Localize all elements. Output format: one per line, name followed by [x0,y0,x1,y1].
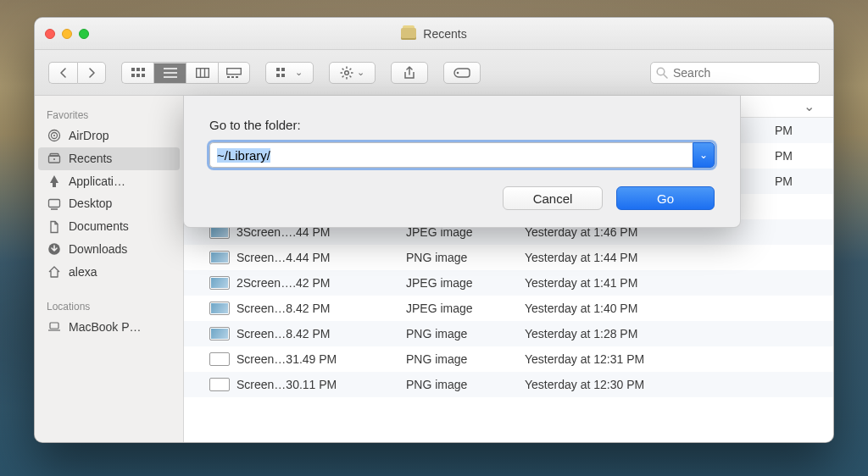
tags-button[interactable] [443,62,481,84]
tag-icon [453,68,470,78]
sidebar-item-airdrop[interactable]: AirDrop [35,125,183,147]
file-thumbnail [209,302,230,315]
svg-rect-38 [49,199,60,207]
file-name: Screen…31.49 PM [236,352,406,366]
forward-button[interactable] [77,62,106,84]
gear-icon [340,66,353,80]
documents-icon [47,220,62,234]
svg-line-27 [350,68,352,69]
file-date: Yesterday at 1:28 PM [525,327,833,340]
sheet-label: Go to the folder: [209,118,715,132]
view-switcher [121,62,250,84]
file-date: Yesterday at 1:40 PM [525,302,833,315]
sidebar-item-label: AirDrop [69,129,108,143]
chevron-left-icon [59,68,67,78]
go-button[interactable]: Go [616,186,715,210]
back-button[interactable] [48,62,77,84]
sidebar-item-desktop[interactable]: Desktop [35,192,183,215]
file-kind: PNG image [406,251,525,264]
minimize-button[interactable] [62,29,72,39]
sidebar-item-downloads[interactable]: Downloads [35,238,183,261]
sidebar-item-label: MacBook P… [69,320,142,335]
file-name: Screen…4.44 PM [236,251,406,264]
chevron-down-icon: ⌄ [699,149,708,161]
zoom-button[interactable] [79,29,89,39]
svg-rect-18 [276,74,280,77]
sidebar-item-label: Applicati… [69,174,125,189]
file-date: Yesterday at 1:41 PM [525,276,833,290]
svg-rect-15 [236,76,238,78]
sidebar-item-home[interactable]: alexa [35,261,183,284]
table-row[interactable]: 2Screen….42 PMJPEG imageYesterday at 1:4… [184,270,833,296]
search-field[interactable] [650,62,820,84]
airdrop-icon [47,129,62,142]
svg-point-34 [53,135,55,136]
table-row[interactable]: Screen…30.11 PMPNG imageYesterday at 12:… [184,372,833,397]
svg-rect-9 [196,68,209,77]
gallery-icon [226,68,242,78]
file-kind: PNG image [406,352,525,366]
desktop-icon [47,197,62,211]
sidebar-item-macbook[interactable]: MacBook P… [35,316,183,339]
svg-rect-14 [231,76,234,78]
action-button[interactable]: ⌄ [329,62,376,84]
svg-rect-13 [227,76,230,78]
column-view-button[interactable] [186,62,218,84]
search-input[interactable] [673,66,814,80]
file-name: 2Screen….42 PM [236,276,406,290]
chevron-right-icon [88,68,96,78]
table-row[interactable]: Screen…4.44 PMPNG imageYesterday at 1:44… [184,245,833,270]
chevron-down-icon: ⌄ [357,67,364,78]
group-by-button[interactable]: ⌄ [265,62,314,84]
sidebar-item-label: Downloads [69,242,127,257]
folder-path-input[interactable] [209,142,693,168]
table-row[interactable]: Screen…31.49 PMPNG imageYesterday at 12:… [184,346,833,372]
table-row[interactable]: Screen…8.42 PMPNG imageYesterday at 1:28… [184,321,833,346]
history-dropdown-button[interactable]: ⌄ [693,142,715,168]
svg-rect-41 [50,323,58,329]
proxy-icon[interactable] [401,28,416,40]
svg-point-20 [345,70,349,75]
gallery-view-button[interactable] [218,62,250,84]
svg-rect-2 [142,68,145,71]
svg-rect-1 [136,68,140,71]
list-icon [164,68,177,78]
laptop-icon [47,320,62,334]
svg-line-28 [342,75,344,77]
icon-view-button[interactable] [121,62,153,84]
file-name: Screen…8.42 PM [236,302,406,315]
file-thumbnail [209,352,230,366]
svg-rect-4 [136,74,140,77]
titlebar: Recents [35,18,833,50]
sidebar-item-documents[interactable]: Documents [35,215,183,238]
sidebar-item-applications[interactable]: Applicati… [35,170,183,193]
toolbar: ⌄ ⌄ [35,50,833,96]
table-row[interactable]: Screen…8.42 PMJPEG imageYesterday at 1:4… [184,296,833,321]
svg-line-31 [664,75,667,78]
file-name: Screen…8.42 PM [236,327,406,340]
recents-icon [47,152,62,165]
file-kind: PNG image [406,378,525,391]
file-thumbnail [209,251,230,264]
file-date: Yesterday at 1:44 PM [525,251,833,264]
cancel-button[interactable]: Cancel [503,186,603,210]
search-icon [656,67,668,79]
svg-point-37 [53,158,55,160]
grid-icon [131,68,145,78]
sidebar-item-recents[interactable]: Recents [38,147,180,170]
applications-icon [47,174,62,188]
svg-rect-3 [131,74,135,77]
file-thumbnail [209,327,230,340]
list-view-button[interactable] [153,62,186,84]
share-button[interactable] [391,62,428,84]
close-button[interactable] [45,29,55,39]
file-name: Screen…30.11 PM [236,378,406,391]
nav-buttons [48,62,106,84]
sidebar-item-label: alexa [69,265,97,280]
sidebar-heading-locations: Locations [35,294,183,316]
chevron-down-icon: ⌄ [804,98,815,114]
svg-point-29 [457,71,459,74]
svg-line-25 [342,68,344,69]
downloads-icon [47,242,62,256]
svg-rect-19 [281,74,285,77]
